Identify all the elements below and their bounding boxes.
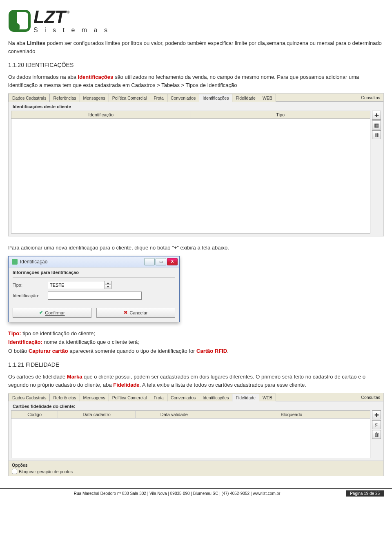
identificacao-label: Identificação: (13, 293, 48, 298)
tab2-referencias[interactable]: Referências (49, 394, 80, 401)
maximize-icon: ▭ (159, 259, 163, 264)
tab-dados-cadastrais[interactable]: Dados Cadastrais (9, 94, 50, 102)
identificacao-input[interactable] (48, 292, 142, 300)
tab2-identificacoes[interactable]: Identificações (199, 394, 232, 401)
col-codigo[interactable]: Código (11, 411, 58, 418)
col-bloqueado[interactable]: Bloqueado (213, 411, 370, 418)
heading-fidelidade: 1.1.21 FIDELIDADE (8, 361, 384, 368)
registered-icon: ® (67, 11, 69, 14)
intro-paragraph: Na aba Limites podem ser configurados li… (8, 39, 384, 55)
edit-button[interactable]: ▦ (372, 120, 381, 129)
tab2-dados-cadastrais[interactable]: Dados Cadastrais (9, 394, 50, 401)
minimize-button[interactable]: — (144, 258, 155, 265)
page-footer: Rua Marechal Deodoro nº 830 Sala 302 | V… (0, 488, 392, 500)
minimize-icon: — (147, 259, 151, 264)
delete-button[interactable]: 🗑 (372, 130, 381, 139)
plus-icon: ✚ (374, 412, 379, 418)
bloquear-geracao-checkbox[interactable]: Bloquear geração de pontos (12, 469, 380, 474)
identificacao-dialog: Identificação — ▭ X Informações para Ide… (8, 256, 180, 322)
options-panel: Opções Bloquear geração de pontos (9, 461, 383, 476)
fieldset-label: Informações para Identificação (13, 270, 175, 278)
identificacoes-window: Dados Cadastrais Referências Mensagens P… (8, 93, 384, 236)
close-button[interactable]: X (167, 258, 178, 265)
bloquear-geracao-input[interactable] (12, 469, 17, 474)
tab2-fidelidade[interactable]: Fidelidade (232, 394, 259, 401)
footer-page-number: Página 19 de 25 (346, 490, 384, 497)
tab-fidelidade[interactable]: Fidelidade (232, 94, 259, 102)
edit-icon: ▦ (374, 122, 379, 128)
tab2-consultas[interactable]: Consultas (358, 394, 383, 401)
maximize-button[interactable]: ▭ (156, 258, 166, 265)
delete-button-2[interactable]: 🗑 (372, 430, 381, 439)
table-body-empty (11, 119, 370, 233)
cancelar-button[interactable]: ✖ Cancelar (96, 308, 175, 318)
check-icon: ✔ (39, 310, 43, 315)
tab-bar-2: Dados Cadastrais Referências Mensagens P… (9, 393, 383, 401)
tab-bar: Dados Cadastrais Referências Mensagens P… (9, 94, 383, 102)
confirmar-button[interactable]: ✔ Confirmar (13, 308, 91, 318)
fidelidade-window: Dados Cadastrais Referências Mensagens P… (8, 393, 384, 476)
def-capturar-cartao: O botão Capturar cartão aparecerá soment… (8, 347, 384, 355)
tab2-mensagens[interactable]: Mensagens (80, 394, 109, 401)
logo-title: LZT® (33, 8, 110, 26)
tipo-input[interactable] (48, 281, 105, 289)
add-button-2[interactable]: ✚ (372, 410, 381, 419)
dialog-title: Identificação (20, 259, 47, 265)
tab-politica-comercial[interactable]: Política Comercial (109, 94, 151, 102)
tab2-frota[interactable]: Frota (150, 394, 167, 401)
x-icon: ✖ (124, 310, 127, 315)
tab-conveniados[interactable]: Conveniados (167, 94, 199, 102)
options-label: Opções (12, 463, 380, 468)
table-body-empty-2 (11, 419, 370, 458)
tab-mensagens[interactable]: Mensagens (80, 94, 109, 102)
def-tipo: Tipo: tipo de identificação do cliente; (8, 330, 384, 338)
tipo-label: Tipo: (13, 283, 48, 287)
spinner-up-icon: ▲ (105, 281, 111, 285)
plus-icon: ✚ (374, 112, 379, 118)
group-label-2: Cartões fidelidade do cliente: (9, 401, 383, 410)
footer-address: Rua Marechal Deodoro nº 830 Sala 302 | V… (8, 491, 346, 496)
tab2-politica-comercial[interactable]: Política Comercial (109, 394, 151, 401)
tipo-spinner[interactable]: ▲ ▼ (105, 281, 111, 289)
bloquear-geracao-label: Bloquear geração de pontos (19, 469, 73, 474)
dialog-titlebar: Identificação — ▭ X (9, 256, 179, 267)
col-identificacao[interactable]: Identificação (11, 111, 191, 118)
logo-subtitle: S i s t e m a s (33, 27, 110, 33)
fidelidade-table: Código Data cadastro Data validade Bloqu… (11, 410, 370, 458)
close-icon: X (171, 259, 174, 264)
logo: LZT® S i s t e m a s (8, 8, 384, 33)
tab-web[interactable]: WEB (259, 94, 276, 102)
ident-paragraph-2: Para adicionar uma nova identificação pa… (8, 244, 384, 252)
svg-rect-2 (10, 11, 17, 31)
tab-consultas[interactable]: Consultas (358, 94, 383, 101)
col-data-cadastro[interactable]: Data cadastro (58, 411, 136, 418)
tab2-conveniados[interactable]: Conveniados (167, 394, 199, 401)
tab-frota[interactable]: Frota (150, 94, 167, 102)
heading-identificacoes: 1.1.20 IDENTIFICAÇÕES (8, 62, 384, 68)
trash-icon: 🗑 (374, 132, 379, 138)
open-icon: ⎘ (375, 422, 378, 428)
tab-referencias[interactable]: Referências (49, 94, 80, 102)
add-button[interactable]: ✚ (372, 111, 381, 120)
tab2-web[interactable]: WEB (259, 394, 276, 401)
open-button-2[interactable]: ⎘ (372, 420, 381, 429)
dialog-app-icon (12, 259, 18, 265)
col-data-validade[interactable]: Data validade (136, 411, 213, 418)
ident-paragraph-1: Os dados informados na aba Identificaçõe… (8, 73, 384, 89)
fid-paragraph: Os cartões de fidelidade Marka que o cli… (8, 373, 384, 389)
identificacoes-table: Identificação Tipo (11, 111, 370, 234)
def-identificacao: Identificação: nome da identificação que… (8, 338, 384, 346)
trash-icon: 🗑 (374, 432, 379, 438)
spinner-down-icon: ▼ (105, 285, 111, 289)
tab-identificacoes[interactable]: Identificações (199, 94, 232, 102)
logo-mark-icon (8, 9, 31, 32)
col-tipo[interactable]: Tipo (191, 111, 370, 118)
group-label: Identificações deste cliente (9, 102, 383, 111)
